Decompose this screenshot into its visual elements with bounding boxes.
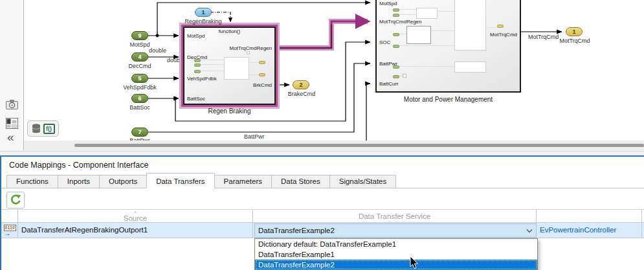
regen-out-brkcmd: BrkCmd [253,82,272,88]
regen-in-deccmd: DecCmd [187,54,207,60]
inport-deccmd[interactable]: 4 [131,52,148,62]
regen-in-vehspdfdbk: VehSpdFdbk [187,76,217,82]
regen-braking-caption: Regen Braking [183,107,276,115]
header-icon-col [1,210,18,223]
outport-mottrqcmd-label: MotTrqCmd [558,38,592,44]
data-transfer-service-combobox[interactable]: DataTransferExample2 [254,223,537,238]
highlighted-signal[interactable] [276,21,368,48]
trigger-port-label: RegenBraking [184,18,222,25]
data-dictionary-icon [32,124,41,133]
signal-label-mottrqcmd: MotTrqCmd [528,34,559,40]
motor-in-battcurr: BattCurr [379,81,399,87]
row-component-link[interactable]: EvPowertrainController [537,223,642,238]
regen-braking-block[interactable]: function() MotSpd DecCmd VehSpdFdbk Batt… [183,27,276,105]
motor-in-battpwr: BattPwr [379,61,397,67]
code-mappings-panel: Code Mappings - Component Interface Func… [0,155,644,270]
tab-outports[interactable]: Outports [99,175,147,188]
canvas-badges[interactable]: f() [27,120,59,137]
outport-mottrqcmd[interactable]: 1 [566,27,583,36]
motor-in-motspd: MotSpd [379,1,397,6]
signal-lines [0,0,644,150]
dropdown-item-example2[interactable]: DataTransferExample2 [255,260,537,270]
highlighted-signal-glow [276,21,368,48]
combobox-value: DataTransferExample2 [258,227,335,234]
header-source[interactable]: ^ Source [18,210,253,223]
motor-out-mottrqcmd: MotTrqCmd [490,32,517,38]
panel-divider [0,151,644,152]
motor-in-mottrqcmdregen: MotTrqCmdRegen [379,19,422,25]
refresh-icon [10,194,21,206]
panel-title: Code Mappings - Component Interface [9,161,148,170]
motor-block-caption: Motor and Power Management [375,96,521,103]
camera-icon[interactable] [6,99,18,110]
inport-motspd-label: MotSpd [126,41,153,48]
trigger-port-regenbraking[interactable]: 1 [195,8,212,17]
tab-data-stores[interactable]: Data Stores [271,175,330,188]
service-dropdown-list: Dictionary default: DataTransferExample1… [254,238,538,270]
signal-label-battpwr: BattPwr [244,133,265,140]
row-icon-cell: 0110 → [1,223,18,238]
simulink-canvas[interactable]: 9 MotSpd 4 DecCmd 5 VehSpdFdbk 6 BattSoc… [0,0,644,150]
inport-battsoc-label: BattSoc [126,104,153,111]
motor-power-management-block[interactable]: MotSpd MotTrqCmdRegen SOC BattPwr BattCu… [375,0,521,93]
viewmarks-icon[interactable] [6,118,18,129]
regen-in-motspd: MotSpd [187,33,205,39]
signal-label-double: double [149,47,166,54]
inport-vehspdfdbk[interactable]: 5 [131,74,148,83]
trigger-function-label: function() [219,28,240,34]
motor-in-soc: SOC [379,39,390,45]
inport-battsoc[interactable]: 6 [131,94,148,103]
signal-label-double-2: double [167,57,184,63]
header-component[interactable] [537,210,642,223]
refresh-button[interactable] [6,192,25,208]
chevron-down-icon [526,229,533,233]
outport-brakecmd-label: BrakeCmd [286,91,317,97]
regen-out-mottrqcmdregen: MotTrqCmdRegen [229,45,272,51]
tab-inports[interactable]: Inports [58,175,100,188]
inport-deccmd-label: DecCmd [126,63,153,69]
panel-toolbar [1,189,644,209]
table-header: ^ Source Data Transfer Service [1,209,644,223]
header-data-transfer-service[interactable]: Data Transfer Service [253,210,537,223]
collapse-palette-button[interactable]: « [7,131,14,144]
tab-signals-states[interactable]: Signals/States [329,175,397,188]
inport-vehspdfdbk-label: VehSpdFdbk [123,84,157,91]
left-palette: « [0,0,24,150]
row-source-cell[interactable]: DataTransferAtRegenBrakingOutport1 [18,223,253,238]
dropdown-item-example1[interactable]: DataTransferExample1 [255,249,537,260]
inport-battpwr[interactable]: 7 [131,128,148,137]
canvas-hscrollbar[interactable] [24,141,644,150]
inport-motspd[interactable]: 9 [131,31,148,40]
panel-tabbar: Functions Inports Outports Data Transfer… [1,174,644,188]
function-badge: f() [43,124,55,134]
outport-brakecmd[interactable]: 2 [293,80,309,89]
hscrollbar-thumb[interactable] [74,144,644,147]
tab-functions[interactable]: Functions [6,175,58,188]
data-transfer-icon: 0110 → [4,225,16,236]
dropdown-item-dictionary-default[interactable]: Dictionary default: DataTransferExample1 [255,239,537,249]
mouse-cursor [410,256,419,269]
tab-parameters[interactable]: Parameters [214,175,272,188]
tab-data-transfers[interactable]: Data Transfers [146,173,214,188]
regen-in-battsoc: BattSoc [187,96,205,102]
